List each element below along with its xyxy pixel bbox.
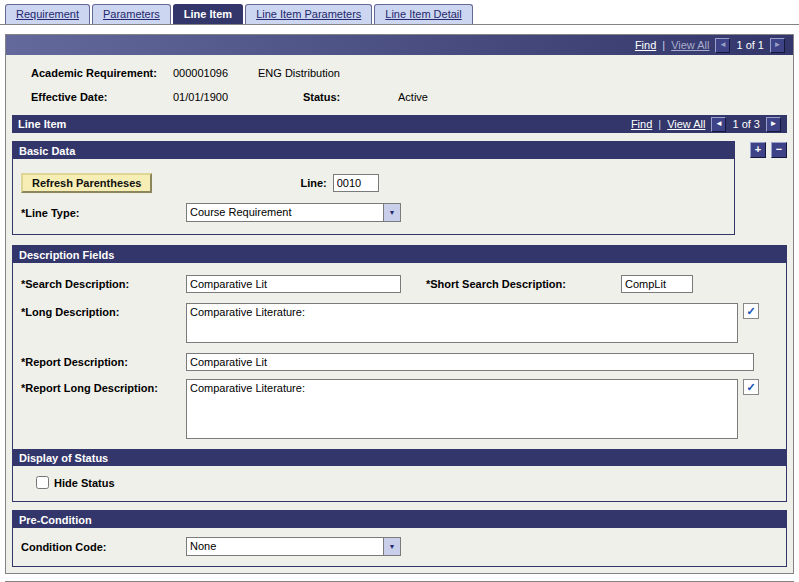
- dropdown-arrow-icon: ▼: [383, 538, 400, 555]
- display-of-status-header: Display of Status: [13, 449, 786, 466]
- academic-requirement-description: ENG Distribution: [258, 67, 340, 79]
- find-link[interactable]: Find: [635, 39, 656, 51]
- description-fields-groupbox: Description Fields *Search Description: …: [12, 245, 787, 502]
- condition-code-label: Condition Code:: [21, 541, 186, 553]
- line-item-section-bar: Line Item Find | View All ◄ 1 of 3 ►: [12, 115, 787, 133]
- tab-parameters[interactable]: Parameters: [92, 4, 171, 24]
- basic-data-groupbox: Basic Data Refresh Parentheses Line: *Li…: [12, 141, 735, 235]
- long-description-textarea[interactable]: Comparative Literature:: [186, 303, 738, 343]
- line-item-position: 1 of 3: [732, 118, 760, 130]
- line-item-section-title: Line Item: [18, 118, 66, 130]
- academic-requirement-label: Academic Requirement:: [31, 67, 173, 79]
- long-description-label: *Long Description:: [21, 303, 186, 318]
- plus-icon: +: [755, 143, 761, 155]
- prev-arrow-icon: ◄: [715, 119, 723, 128]
- effective-date-row: Effective Date: 01/01/1900 Status: Activ…: [6, 91, 793, 103]
- pre-condition-title: Pre-Condition: [19, 514, 92, 526]
- minus-icon: −: [776, 143, 782, 155]
- basic-data-wrapper: + − Basic Data Refresh Parentheses Line:…: [12, 141, 787, 235]
- toolbar-separator: |: [662, 39, 665, 51]
- spellcheck-icon[interactable]: ✓: [743, 379, 759, 395]
- basic-data-row-1: Refresh Parentheses Line:: [21, 173, 734, 193]
- tab-label: Requirement: [16, 8, 79, 20]
- tab-line-item-parameters[interactable]: Line Item Parameters: [245, 4, 372, 24]
- short-search-description-label: *Short Search Description:: [426, 278, 621, 290]
- next-arrow-icon: ►: [770, 119, 778, 128]
- page-position: 1 of 1: [736, 39, 764, 51]
- line-type-label: *Line Type:: [21, 207, 186, 219]
- condition-code-row: Condition Code: None ▼: [21, 537, 786, 556]
- pre-condition-header: Pre-Condition: [13, 511, 786, 528]
- report-description-row: *Report Description:: [21, 353, 786, 371]
- page-content: Find | View All ◄ 1 of 1 ► Academic Requ…: [5, 34, 794, 574]
- prev-row-button[interactable]: ◄: [715, 38, 730, 53]
- spellcheck-icon[interactable]: ✓: [743, 303, 759, 319]
- effective-date-label: Effective Date:: [31, 91, 173, 103]
- report-long-description-textarea[interactable]: Comparative Literature:: [186, 379, 738, 439]
- line-item-view-all-link[interactable]: View All: [667, 118, 705, 130]
- page-toolbar: Find | View All ◄ 1 of 1 ►: [6, 35, 793, 55]
- next-row-button[interactable]: ►: [770, 38, 785, 53]
- next-arrow-icon: ►: [774, 40, 782, 49]
- line-item-prev-button[interactable]: ◄: [711, 117, 726, 132]
- academic-requirement-row: Academic Requirement: 000001096 ENG Dist…: [6, 67, 793, 79]
- prev-arrow-icon: ◄: [719, 40, 727, 49]
- tab-label: Line Item: [184, 8, 232, 20]
- short-search-description-input[interactable]: [621, 275, 693, 293]
- hide-status-checkbox[interactable]: [36, 476, 49, 489]
- report-description-label: *Report Description:: [21, 356, 186, 368]
- display-of-status-title: Display of Status: [19, 452, 108, 464]
- status-label: Status:: [303, 91, 398, 103]
- basic-data-title: Basic Data: [19, 145, 75, 157]
- search-description-label: *Search Description:: [21, 278, 186, 290]
- tab-requirement[interactable]: Requirement: [5, 4, 90, 24]
- pre-condition-groupbox: Pre-Condition Condition Code: None ▼: [12, 510, 787, 567]
- tab-label: Line Item Detail: [385, 8, 461, 20]
- line-item-toolbar-separator: |: [658, 118, 661, 130]
- refresh-parentheses-button[interactable]: Refresh Parentheses: [21, 173, 152, 193]
- basic-data-header: Basic Data: [13, 142, 734, 159]
- add-row-button[interactable]: +: [750, 142, 766, 158]
- tab-divider: [0, 24, 799, 26]
- line-label: Line:: [300, 177, 326, 189]
- description-fields-title: Description Fields: [19, 249, 114, 261]
- long-description-row: *Long Description: Comparative Literatur…: [21, 303, 786, 343]
- academic-requirement-value: 000001096: [173, 67, 258, 79]
- report-long-description-label: *Report Long Description:: [21, 379, 186, 394]
- tab-label: Line Item Parameters: [256, 8, 361, 20]
- search-description-input[interactable]: [186, 275, 401, 293]
- line-input[interactable]: [333, 174, 379, 192]
- line-type-select[interactable]: Course Requirement ▼: [186, 203, 401, 222]
- condition-code-select[interactable]: None ▼: [186, 537, 401, 556]
- delete-row-button[interactable]: −: [771, 142, 787, 158]
- line-item-next-button[interactable]: ►: [766, 117, 781, 132]
- description-fields-header: Description Fields: [13, 246, 786, 263]
- view-all-link[interactable]: View All: [671, 39, 709, 51]
- tab-label: Parameters: [103, 8, 160, 20]
- basic-data-row-2: *Line Type: Course Requirement ▼: [21, 203, 734, 222]
- hide-status-label: Hide Status: [54, 477, 115, 489]
- line-item-find-link[interactable]: Find: [631, 118, 652, 130]
- condition-code-selected-value: None: [187, 538, 383, 555]
- report-long-description-row: *Report Long Description: Comparative Li…: [21, 379, 786, 439]
- tab-bar: Requirement Parameters Line Item Line It…: [0, 0, 799, 24]
- dropdown-arrow-icon: ▼: [383, 204, 400, 221]
- status-value: Active: [398, 91, 428, 103]
- hide-status-row: Hide Status: [36, 476, 786, 489]
- report-description-input[interactable]: [186, 353, 754, 371]
- effective-date-value: 01/01/1900: [173, 91, 303, 103]
- tab-line-item[interactable]: Line Item: [173, 4, 243, 24]
- search-description-row: *Search Description: *Short Search Descr…: [21, 275, 786, 293]
- line-type-selected-value: Course Requirement: [187, 204, 383, 221]
- tab-line-item-detail[interactable]: Line Item Detail: [374, 4, 472, 24]
